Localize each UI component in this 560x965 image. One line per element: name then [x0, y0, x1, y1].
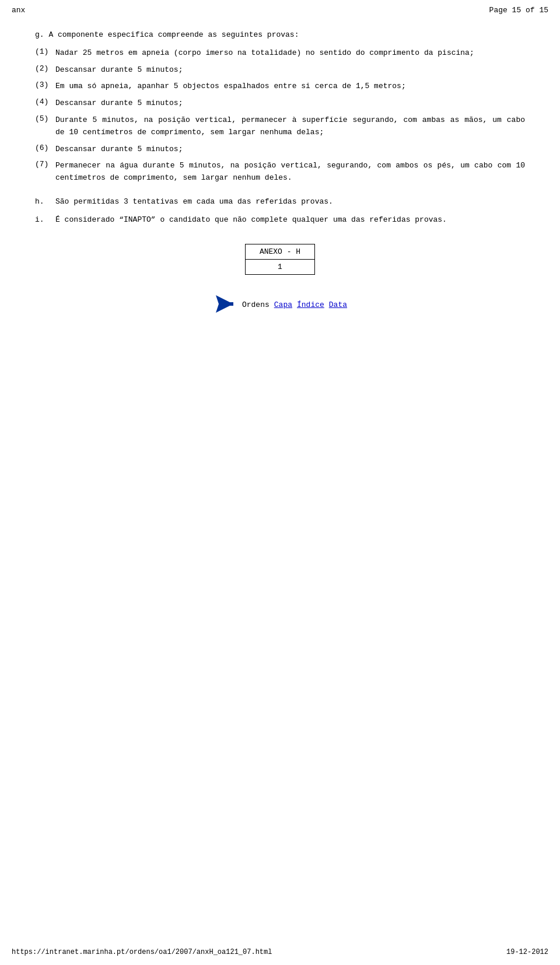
item-text-1: Nadar 25 metros em apneia (corpo imerso … — [55, 47, 474, 60]
footer-nav: Ordens Capa Índice Data — [35, 292, 525, 318]
item-text-7: Permanecer na água durante 5 minutos, na… — [55, 160, 525, 184]
item-text-6: Descansar durante 5 minutos; — [55, 144, 183, 156]
list-item: (2) Descansar durante 5 minutos; — [35, 64, 525, 76]
anexo-number: 1 — [246, 260, 314, 274]
anexo-box: ANEXO - H 1 — [245, 244, 315, 275]
item-num-1: (1) — [35, 47, 52, 60]
item-num-5: (5) — [35, 114, 52, 139]
footer-date: 19-12-2012 — [506, 948, 548, 956]
nav-icon — [213, 292, 236, 318]
list-item: (5) Durante 5 minutos, na posição vertic… — [35, 114, 525, 139]
ordens-label: Ordens — [242, 300, 270, 309]
indice-link[interactable]: Índice — [297, 300, 324, 309]
list-item: (4) Descansar durante 5 minutos; — [35, 97, 525, 110]
item-num-6: (6) — [35, 144, 52, 156]
anexo-title: ANEXO - H — [246, 244, 314, 260]
capa-link[interactable]: Capa — [274, 300, 292, 309]
page-number: Page 15 of 15 — [489, 6, 548, 15]
list-item: (7) Permanecer na água durante 5 minutos… — [35, 160, 525, 184]
section-h: h. São permitidas 3 tentativas em cada u… — [35, 196, 525, 208]
list-item: (3) Em uma só apneia, apanhar 5 objectos… — [35, 81, 525, 93]
item-text-4: Descansar durante 5 minutos; — [55, 97, 183, 110]
app-name: anx — [12, 6, 25, 15]
section-i-label: i. — [35, 214, 52, 226]
nav-links: Ordens Capa Índice Data — [242, 300, 347, 309]
section-h-text: São permitidas 3 tentativas em cada uma … — [55, 196, 333, 208]
item-text-3: Em uma só apneia, apanhar 5 objectos esp… — [55, 81, 406, 93]
section-g: g. A componente especifica compreende as… — [35, 29, 525, 184]
footer-url: https://intranet.marinha.pt/ordens/oa1/2… — [12, 948, 272, 956]
item-num-2: (2) — [35, 64, 52, 76]
item-num-3: (3) — [35, 81, 52, 93]
data-link[interactable]: Data — [329, 300, 347, 309]
section-g-intro: g. A componente especifica compreende as… — [35, 29, 525, 41]
section-i: i. É considerado “INAPTO” o candidato qu… — [35, 214, 525, 226]
item-num-7: (7) — [35, 160, 52, 184]
item-num-4: (4) — [35, 97, 52, 110]
list-item: (1) Nadar 25 metros em apneia (corpo ime… — [35, 47, 525, 60]
section-i-text: É considerado “INAPTO” o candidato que n… — [55, 214, 447, 226]
page-footer: https://intranet.marinha.pt/ordens/oa1/2… — [0, 948, 560, 956]
item-text-2: Descansar durante 5 minutos; — [55, 64, 183, 76]
svg-rect-1 — [219, 302, 233, 306]
section-h-label: h. — [35, 196, 52, 208]
item-text-5: Durante 5 minutos, na posição vertical, … — [55, 114, 525, 139]
list-item: (6) Descansar durante 5 minutos; — [35, 144, 525, 156]
